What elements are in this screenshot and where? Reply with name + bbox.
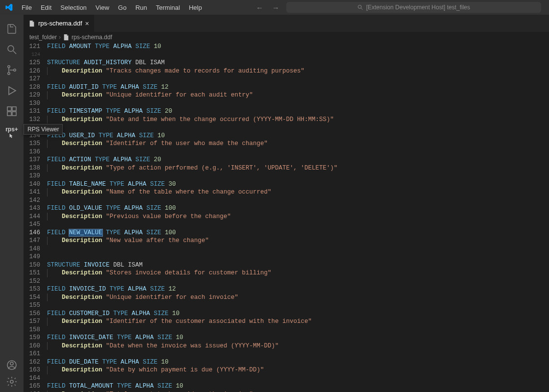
code-line[interactable]: Description "Total amount to be paid on … <box>47 391 549 392</box>
settings-gear-icon[interactable] <box>0 375 24 388</box>
code-line[interactable]: FIELD NEW_VALUE TYPE ALPHA SIZE 100 <box>47 229 549 237</box>
code-line[interactable] <box>47 51 549 59</box>
accounts-icon[interactable] <box>0 355 24 375</box>
code-line[interactable] <box>47 172 549 180</box>
svg-rect-8 <box>12 107 16 111</box>
code-line[interactable] <box>47 220 549 229</box>
line-number: 130 <box>24 99 40 108</box>
line-number: 124 <box>24 51 40 59</box>
code-line[interactable]: FIELD DUE_DATE TYPE ALPHA SIZE 10 <box>47 358 549 367</box>
code-line[interactable] <box>47 350 549 358</box>
code-line[interactable] <box>47 301 549 310</box>
line-number: 121 <box>24 43 40 51</box>
menu-bar: FileEditSelectionViewGoRunTerminalHelp <box>18 2 206 13</box>
code-line[interactable]: FIELD AUDIT_ID TYPE ALPHA SIZE 12 <box>47 83 549 92</box>
line-number: 127 <box>24 75 40 83</box>
menu-selection[interactable]: Selection <box>56 2 90 13</box>
code-line[interactable]: Description "Unique identifier for each … <box>47 91 549 99</box>
code-line[interactable]: Description "Name of the table where the… <box>47 188 549 196</box>
menu-view[interactable]: View <box>92 2 113 13</box>
breadcrumb-file[interactable]: rps-schema.ddf <box>72 34 112 41</box>
menu-go[interactable]: Go <box>114 2 130 13</box>
command-center-search[interactable]: [Extension Development Host] test_files <box>286 2 541 13</box>
search-view-icon[interactable] <box>0 39 24 60</box>
line-number: 166 <box>24 391 40 392</box>
code-line[interactable] <box>47 253 549 261</box>
menu-help[interactable]: Help <box>185 2 206 13</box>
code-line[interactable]: Description "Identifier of the user who … <box>47 140 549 148</box>
line-number: 125 <box>24 59 40 67</box>
line-number: 158 <box>24 326 40 334</box>
code-line[interactable]: FIELD ACTION TYPE ALPHA SIZE 20 <box>47 156 549 164</box>
line-number-gutter: 1211241251261271281291301311321331341351… <box>24 43 47 392</box>
close-icon[interactable]: × <box>85 20 89 27</box>
menu-edit[interactable]: Edit <box>37 2 55 13</box>
line-number: 136 <box>24 148 40 156</box>
extensions-icon[interactable] <box>0 101 24 122</box>
line-number: 131 <box>24 107 40 116</box>
tab-rps-schema[interactable]: rps-schema.ddf × <box>24 15 95 32</box>
line-number: 132 <box>24 116 40 124</box>
code-line[interactable]: FIELD AMOUNT TYPE ALPHA SIZE 10 <box>47 43 549 51</box>
code-line[interactable] <box>47 148 549 156</box>
menu-terminal[interactable]: Terminal <box>152 2 184 13</box>
code-line[interactable]: Description "Previous value before the c… <box>47 213 549 221</box>
line-number: 145 <box>24 220 40 229</box>
code-line[interactable]: Description "Identifier of the customer … <box>47 318 549 326</box>
line-number: 129 <box>24 91 40 99</box>
editor-area: rps-schema.ddf × test_folder › rps-schem… <box>24 15 549 392</box>
line-number: 161 <box>24 350 40 358</box>
code-line[interactable] <box>47 326 549 334</box>
code-line[interactable]: Description "Unique identifier for each … <box>47 294 549 302</box>
code-line[interactable]: Description "Stores invoice details for … <box>47 269 549 277</box>
nav-back-icon[interactable]: ← <box>256 3 263 12</box>
nav-forward-icon[interactable]: → <box>272 3 279 12</box>
explorer-icon[interactable] <box>0 19 24 39</box>
breadcrumb[interactable]: test_folder › rps-schema.ddf <box>24 32 549 43</box>
line-number: 149 <box>24 253 40 261</box>
code-line[interactable] <box>47 277 549 286</box>
line-number: 155 <box>24 301 40 310</box>
code-line[interactable]: Description "Date by which payment is du… <box>47 366 549 374</box>
code-line[interactable]: FIELD OLD_VALUE TYPE ALPHA SIZE 100 <box>47 204 549 213</box>
code-line[interactable]: STRUCTURE AUDIT_HISTORY DBL ISAM <box>47 59 549 67</box>
menu-file[interactable]: File <box>18 2 36 13</box>
line-number: 147 <box>24 237 40 245</box>
code-content[interactable]: FIELD AMOUNT TYPE ALPHA SIZE 10STRUCTURE… <box>47 43 549 392</box>
code-line[interactable]: Description "New value after the change" <box>47 237 549 245</box>
code-line[interactable]: FIELD CUSTOMER_ID TYPE ALPHA SIZE 10 <box>47 310 549 318</box>
code-editor[interactable]: 1211241251261271281291301311321331341351… <box>24 43 549 392</box>
search-text: [Extension Development Host] test_files <box>366 4 470 11</box>
svg-point-12 <box>10 362 13 365</box>
code-line[interactable] <box>47 75 549 83</box>
code-line[interactable]: Description "Tracks changes made to reco… <box>47 67 549 75</box>
rps-viewer-icon[interactable]: rps+ <box>0 122 24 142</box>
code-line[interactable]: FIELD TABLE_NAME TYPE ALPHA SIZE 30 <box>47 180 549 189</box>
menu-run[interactable]: Run <box>131 2 151 13</box>
svg-rect-9 <box>7 112 11 116</box>
breadcrumb-folder[interactable]: test_folder <box>29 34 57 41</box>
svg-point-2 <box>8 46 14 51</box>
code-line[interactable]: Description "Date when the invoice was i… <box>47 342 549 350</box>
code-line[interactable]: FIELD INVOICE_DATE TYPE ALPHA SIZE 10 <box>47 334 549 342</box>
line-number: 142 <box>24 196 40 205</box>
code-line[interactable] <box>47 374 549 383</box>
nav-arrows: ← → <box>256 3 279 12</box>
code-line[interactable]: Description "Date and time when the chan… <box>47 116 549 124</box>
code-line[interactable] <box>47 99 549 108</box>
code-line[interactable] <box>47 196 549 205</box>
code-line[interactable]: FIELD TOTAL_AMOUNT TYPE ALPHA SIZE 10 <box>47 382 549 391</box>
run-debug-icon[interactable] <box>0 80 24 101</box>
code-line[interactable]: STRUCTURE INVOICE DBL ISAM <box>47 261 549 270</box>
svg-line-1 <box>361 8 362 10</box>
code-line[interactable] <box>47 245 549 253</box>
line-number: 152 <box>24 277 40 286</box>
code-line[interactable] <box>47 123 549 132</box>
source-control-icon[interactable] <box>0 60 24 80</box>
code-line[interactable]: FIELD INVOICE_ID TYPE ALPHA SIZE 12 <box>47 285 549 294</box>
line-number: 162 <box>24 358 40 367</box>
code-line[interactable]: Description "Type of action performed (e… <box>47 164 549 172</box>
code-line[interactable]: FIELD TIMESTAMP TYPE ALPHA SIZE 20 <box>47 107 549 116</box>
line-number: 144 <box>24 213 40 221</box>
code-line[interactable]: FIELD USER_ID TYPE ALPHA SIZE 10 <box>47 132 549 140</box>
